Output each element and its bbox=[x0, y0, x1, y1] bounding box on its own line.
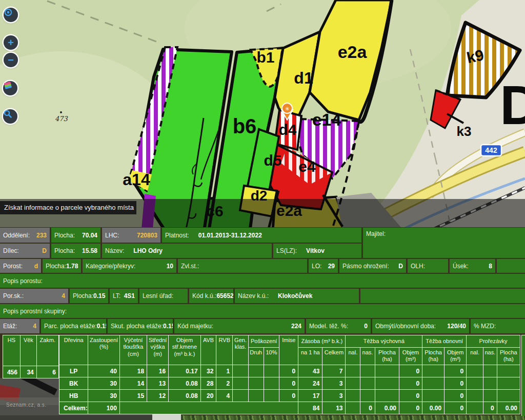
parcel-label-e2a: e2a bbox=[338, 42, 368, 62]
species-total-row: Celkem:100841300.0000.00000.00 bbox=[59, 402, 520, 414]
col-druh: Druh bbox=[248, 348, 264, 365]
field-plocha-dilec: Plocha:15.58 bbox=[51, 244, 100, 258]
species-cell: 20 bbox=[200, 390, 216, 402]
species-cell bbox=[375, 365, 399, 377]
zoom-out-icon: − bbox=[8, 55, 14, 65]
species-cell: 17 bbox=[298, 390, 322, 402]
species-cell: 16 bbox=[147, 365, 169, 377]
col-10pct: 10% bbox=[264, 348, 279, 365]
species-cell: 0.00 bbox=[422, 402, 445, 414]
col-zakm: Zakm. bbox=[36, 335, 58, 366]
species-cell bbox=[360, 365, 375, 377]
road-sign-442: 442 bbox=[481, 145, 501, 156]
species-cell: HB bbox=[59, 390, 88, 402]
species-cell bbox=[497, 390, 520, 402]
species-cell: 0 bbox=[399, 390, 422, 402]
field-popis-porostu: Popis porostu: bbox=[0, 274, 525, 288]
col-plocha-ha-obn: Plocha (ha) bbox=[422, 348, 445, 365]
col-zastoupeni: Zastoupení (%) bbox=[88, 335, 119, 365]
area-letter: D bbox=[500, 74, 525, 136]
zoom-out-button[interactable]: − bbox=[4, 53, 18, 67]
layers-icon bbox=[3, 81, 13, 91]
field-lslz: LS(LZ):Vítkov bbox=[273, 244, 361, 258]
col-vycetni: Výčetní tloušťka (cm) bbox=[119, 335, 147, 365]
col-hs: HS bbox=[3, 335, 21, 366]
col-imise: Imise bbox=[279, 335, 298, 365]
field-pasmo: Pásmo ohrožení:D bbox=[339, 259, 406, 273]
species-cell bbox=[346, 365, 360, 377]
species-cell: 0.17 bbox=[169, 365, 201, 377]
parcel-label-k9: k9 bbox=[465, 46, 486, 66]
aerial-photo-strip bbox=[154, 415, 525, 420]
search-icon bbox=[3, 109, 12, 118]
parcel-label-e14: e14 bbox=[312, 110, 341, 129]
species-cell: 3 bbox=[322, 390, 346, 402]
parcel-label-e4: e4 bbox=[298, 158, 316, 175]
parcel-label-a14: a14 bbox=[123, 170, 150, 189]
col-stredni: Střední výška (m) bbox=[147, 335, 169, 365]
field-lt: LT:4S1 bbox=[110, 289, 138, 303]
species-cell bbox=[248, 377, 264, 390]
locate-button[interactable] bbox=[4, 8, 18, 22]
species-cell bbox=[483, 365, 497, 377]
parcel-label-d1: d1 bbox=[294, 69, 313, 87]
col-rvb: RVB bbox=[216, 335, 233, 365]
species-cell: 0.00 bbox=[375, 402, 399, 414]
species-cell bbox=[346, 390, 360, 402]
species-cell: 0 bbox=[483, 402, 497, 414]
species-cell: 13 bbox=[147, 377, 169, 390]
field-parc-plocha: Parc. plocha etáže:0.15 bbox=[41, 319, 106, 333]
field-blank-2 bbox=[360, 289, 525, 303]
species-row: HB3015120.08204017300 bbox=[59, 390, 520, 402]
field-blank-1 bbox=[497, 259, 525, 273]
col-celkem: Celkem bbox=[322, 348, 346, 365]
parcel-label-k3: k3 bbox=[457, 124, 472, 139]
species-cell: BK bbox=[59, 377, 88, 390]
species-cell: 0 bbox=[445, 365, 467, 377]
field-lhc: LHC:720803 bbox=[102, 228, 160, 243]
group-tezba-vychovna: Těžba výchovná bbox=[346, 335, 422, 348]
species-cell bbox=[375, 377, 399, 390]
col-vek: Věk bbox=[20, 335, 36, 366]
species-cell bbox=[497, 365, 520, 377]
species-cell bbox=[467, 365, 483, 377]
field-nazev: Název:LHO Odry bbox=[102, 244, 272, 258]
zoom-in-button[interactable]: + bbox=[4, 35, 18, 50]
field-skut-plocha: Skut. plocha etáže:0.15 bbox=[108, 319, 173, 333]
species-cell: 0 bbox=[445, 377, 467, 390]
search-button[interactable] bbox=[3, 109, 17, 124]
field-popis-ps: Popis porostní skupiny: bbox=[0, 304, 525, 318]
species-cell: 13 bbox=[322, 402, 346, 414]
species-cell: 0 bbox=[279, 377, 298, 390]
col-objem-m3-obn: Objem (m³) bbox=[445, 348, 467, 365]
species-cell bbox=[422, 390, 445, 402]
species-cell: 18 bbox=[119, 365, 147, 377]
col-avb: AVB bbox=[200, 335, 216, 365]
layers-button[interactable] bbox=[3, 81, 17, 95]
tooltip-get-parcel-info: Získat informace o parcele vybraného mís… bbox=[0, 201, 136, 214]
col-objem: Objem stř.kmene (m³ b.k.) bbox=[169, 335, 201, 365]
species-cell bbox=[233, 377, 249, 390]
species-cell: 84 bbox=[298, 402, 322, 414]
svg-text:442: 442 bbox=[485, 146, 497, 154]
field-plocha-porost: Plocha:1.78 bbox=[43, 259, 81, 273]
species-cell bbox=[422, 365, 445, 377]
species-cell: 32 bbox=[200, 365, 216, 377]
species-cell: 24 bbox=[298, 377, 322, 390]
field-usek: Úsek:8 bbox=[450, 259, 495, 273]
field-plocha-oddeleni: Plocha:70.04 bbox=[51, 228, 100, 243]
field-model-tez: Model. těž. %:0 bbox=[306, 319, 371, 333]
species-cell: 2 bbox=[216, 377, 233, 390]
species-cell: 40 bbox=[88, 365, 119, 377]
group-zasoba: Zásoba (m³ b.k.) bbox=[298, 335, 346, 348]
parcel-label-b1: b1 bbox=[256, 49, 274, 66]
app-window: D 473 442 b1d1e2ab6d4e14d5e4a14d2c6e2ak9… bbox=[0, 0, 525, 420]
field-etaz: Etáž:4 bbox=[0, 319, 39, 333]
field-nazev-ku: Název k.ú.:Klokočůvek bbox=[235, 289, 359, 303]
field-obmyti: Obmýtí/obnovní doba:120/40 bbox=[372, 319, 469, 333]
species-cell bbox=[264, 390, 279, 402]
field-lesni-urad: Lesní úřad: bbox=[139, 289, 188, 303]
species-cell bbox=[467, 377, 483, 390]
tooltip-text: Získat informace o parcele vybraného mís… bbox=[4, 204, 134, 211]
species-cell: 4 bbox=[216, 390, 233, 402]
